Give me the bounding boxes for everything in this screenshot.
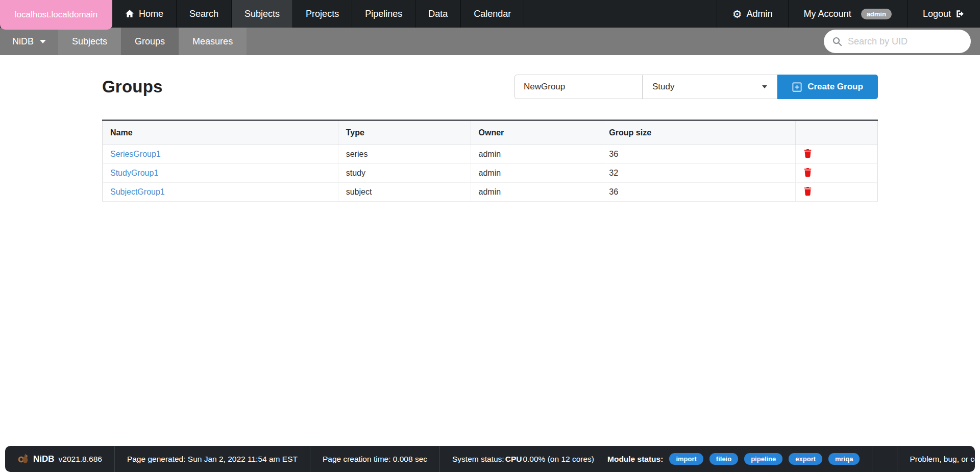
group-row: SubjectGroup1 subject admin 36: [103, 183, 878, 202]
chevron-down-icon: [762, 85, 767, 88]
module-badge-mriqa: mriqa: [828, 453, 860, 465]
footer-brand: NiDB: [33, 454, 55, 464]
groups-table: Name Type Owner Group size SeriesGroup1 …: [102, 120, 878, 202]
logout-menu[interactable]: Logout: [907, 0, 980, 28]
hostname-tab: localhost.localdomain: [0, 0, 112, 30]
uid-search-box: [824, 30, 971, 53]
footer-problem-text: Problem, bug, or comment?: [910, 455, 980, 464]
footer-system-status-label: System status:: [452, 455, 504, 464]
hostname-label: localhost.localdomain: [15, 10, 98, 20]
home-icon: [125, 9, 134, 18]
group-owner-cell: admin: [471, 145, 601, 164]
top-navbar: localhost.localdomain Home Search Subjec…: [0, 0, 980, 28]
nav-item-projects[interactable]: Projects: [293, 0, 352, 28]
logout-icon: [955, 9, 965, 18]
subnav-item-groups[interactable]: Groups: [121, 28, 179, 55]
column-header-type: Type: [338, 121, 471, 145]
search-icon: [832, 36, 842, 46]
footer-page-generated-text: Page generated: Sun Jan 2, 2022 11:54 am…: [127, 455, 298, 464]
group-size-cell: 36: [601, 145, 796, 164]
my-account-label: My Account: [804, 9, 851, 19]
footer-cpu-value: 0.00% (on 12 cores): [523, 455, 594, 464]
chevron-down-icon: [40, 40, 46, 43]
module-badge-import: import: [669, 453, 703, 465]
group-type-cell: series: [338, 145, 471, 164]
nav-item-label: Calendar: [474, 9, 511, 19]
create-group-button[interactable]: Create Group: [777, 75, 878, 99]
group-type-select[interactable]: Study: [643, 75, 777, 99]
admin-label: Admin: [747, 9, 773, 19]
logout-label: Logout: [923, 9, 951, 19]
top-navbar-right: ⚙ Admin My Account admin Logout: [717, 0, 980, 28]
nav-item-search[interactable]: Search: [177, 0, 232, 28]
new-group-name-input[interactable]: [514, 75, 643, 99]
delete-group-button[interactable]: [803, 186, 812, 196]
footer-status-section: System status:CPU0.00% (on 12 cores) Mod…: [439, 446, 872, 472]
group-type-cell: study: [338, 164, 471, 183]
group-owner-cell: admin: [471, 164, 601, 183]
my-account-menu[interactable]: My Account admin: [788, 0, 907, 28]
nidb-brand-dropdown[interactable]: NiDB: [0, 28, 58, 55]
trash-icon: [803, 149, 812, 158]
module-badge-export: export: [789, 453, 822, 465]
nav-item-data[interactable]: Data: [415, 0, 461, 28]
group-owner-cell: admin: [471, 183, 601, 202]
gear-icon: ⚙: [732, 9, 742, 19]
footer-report-section: Problem, bug, or comment? Report it: [897, 446, 980, 472]
uid-search-input[interactable]: [848, 36, 963, 47]
footer-page-generated: Page generated: Sun Jan 2, 2022 11:54 am…: [114, 446, 310, 472]
subnav-item-label: Groups: [135, 36, 165, 47]
plus-square-icon: [792, 82, 802, 92]
account-badge: admin: [861, 9, 892, 19]
footer-spacer: [872, 446, 897, 472]
page-title: Groups: [102, 77, 163, 97]
nav-item-label: Projects: [306, 9, 339, 19]
nav-item-pipelines[interactable]: Pipelines: [352, 0, 415, 28]
footer-cpu-label: CPU: [505, 455, 522, 464]
footer-page-creation-time: Page creation time: 0.008 sec: [310, 446, 439, 472]
group-row: SeriesGroup1 series admin 36: [103, 145, 878, 164]
main-content: Groups Study Create Group Name Type Owne…: [102, 75, 878, 202]
column-header-name: Name: [103, 121, 338, 145]
subnav-item-measures[interactable]: Measures: [179, 28, 247, 55]
nav-item-calendar[interactable]: Calendar: [461, 0, 524, 28]
nidb-logo-squirrel-icon: [17, 453, 29, 465]
nav-item-subjects[interactable]: Subjects: [232, 0, 293, 28]
group-name-link[interactable]: SubjectGroup1: [110, 187, 165, 196]
footer-version: v2021.8.686: [59, 455, 102, 464]
group-size-cell: 36: [601, 183, 796, 202]
group-type-selected-value: Study: [652, 82, 674, 92]
create-group-label: Create Group: [807, 82, 863, 92]
create-group-form: Study Create Group: [514, 75, 878, 99]
nidb-brand-label: NiDB: [12, 36, 34, 47]
subnav-item-subjects[interactable]: Subjects: [58, 28, 121, 55]
module-badge-fileio: fileio: [709, 453, 738, 465]
footer-page-creation-text: Page creation time: 0.008 sec: [323, 455, 427, 464]
subnav-item-label: Measures: [192, 36, 233, 47]
footer-brand-section: NiDB v2021.8.686: [5, 446, 114, 472]
group-row: StudyGroup1 study admin 32: [103, 164, 878, 183]
groups-table-header-row: Name Type Owner Group size: [103, 121, 878, 145]
delete-group-button[interactable]: [803, 149, 812, 158]
trash-icon: [803, 168, 812, 177]
module-badge-pipeline: pipeline: [744, 453, 782, 465]
delete-group-button[interactable]: [803, 168, 812, 177]
trash-icon: [803, 186, 812, 196]
nav-item-home[interactable]: Home: [112, 0, 177, 28]
nav-item-label: Search: [189, 9, 218, 19]
group-size-cell: 32: [601, 164, 796, 183]
nav-item-label: Subjects: [244, 9, 280, 19]
subnav-item-label: Subjects: [72, 36, 107, 47]
group-name-link[interactable]: SeriesGroup1: [110, 150, 161, 158]
column-header-group-size: Group size: [601, 121, 796, 145]
nav-item-label: Pipelines: [365, 9, 402, 19]
admin-menu[interactable]: ⚙ Admin: [717, 0, 788, 28]
group-type-cell: subject: [338, 183, 471, 202]
sub-navbar: NiDB Subjects Groups Measures: [0, 28, 980, 55]
column-header-owner: Owner: [471, 121, 601, 145]
footer: NiDB v2021.8.686 Page generated: Sun Jan…: [5, 446, 975, 472]
group-name-link[interactable]: StudyGroup1: [110, 169, 158, 177]
column-header-actions: [796, 121, 878, 145]
footer-module-status-label: Module status:: [607, 455, 663, 464]
nav-item-label: Data: [428, 9, 448, 19]
